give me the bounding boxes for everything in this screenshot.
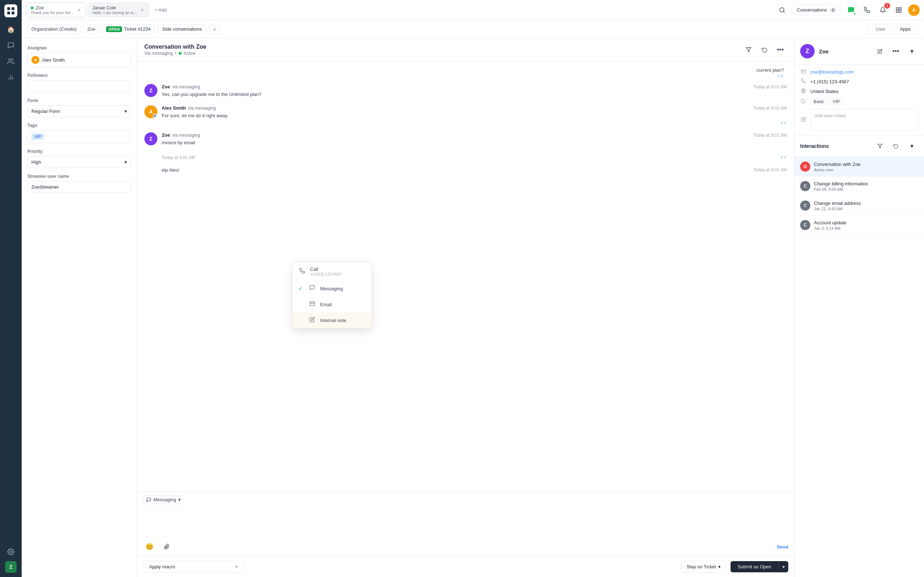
breadcrumb-org[interactable]: Organization (Create) (27, 24, 81, 34)
partial-message-top: current plan? ✓✓ (144, 68, 787, 78)
message-content: Alex Smith via messaging Today at 9:01 A… (162, 105, 787, 126)
interaction-item-4[interactable]: C Account update Jan 3, 9:14 AM (795, 216, 924, 235)
breadcrumb-user[interactable]: Zoe (83, 24, 99, 34)
notification-count: 1 (884, 3, 890, 9)
dropdown-item-internal-note-label: Internal note (320, 318, 346, 323)
tab-user[interactable]: User (868, 24, 893, 34)
side-conversations-button[interactable]: Side conversations (158, 24, 207, 34)
more-options-button[interactable]: ••• (774, 43, 787, 56)
user-country-row: United States (800, 89, 918, 95)
assignee-field[interactable]: A Alex Smith (27, 53, 131, 67)
assignee-label: Assignee (27, 45, 131, 50)
add-tab-button[interactable]: + Add (151, 5, 170, 15)
call-icon (299, 268, 306, 275)
grid-view-button[interactable] (892, 3, 905, 16)
edit-user-button[interactable] (874, 45, 887, 58)
svg-point-4 (9, 59, 11, 61)
sidebar-item-inbox[interactable] (4, 39, 17, 52)
tab-janae-title: Janae Cole (92, 5, 137, 10)
bottom-action-bar: Apply macro ▾ Stay on Ticket ▾ Submit as… (137, 556, 794, 577)
send-button[interactable]: Send (777, 544, 788, 550)
message-item: Today at 9:01 AM ✓✓ (144, 154, 787, 161)
message-sender: Alex Smith (162, 105, 186, 111)
user-email[interactable]: zoe@lovesdogs.com (810, 69, 854, 75)
svg-line-10 (783, 11, 784, 12)
ticket-sidebar: Assignee A Alex Smith Followers Form Reg… (22, 38, 137, 577)
refresh-interactions-button[interactable] (889, 140, 902, 153)
attach-button[interactable] (160, 540, 173, 553)
apply-macro-button[interactable]: Apply macro ▾ (143, 561, 244, 573)
user-phone-row: +1 (415) 123-4567 (800, 79, 918, 85)
interaction-icon-3: C (800, 200, 810, 211)
tab-zoe[interactable]: Zoe Thank you for your hel... ✕ (26, 3, 86, 17)
sidebar-nav: 🏠 Z (0, 0, 22, 577)
sidebar-item-zendesk[interactable]: Z (5, 561, 16, 573)
stay-on-ticket-button[interactable]: Stay on Ticket ▾ (681, 561, 726, 573)
dropdown-item-internal-note[interactable]: ✓ Internal note (293, 312, 372, 328)
conversation-panel: Conversation with Zoe Via messaging • Ac… (137, 38, 794, 577)
message-read-receipt: ✓✓ (162, 121, 787, 125)
sidebar-item-settings[interactable] (4, 545, 17, 558)
filter-interactions-button[interactable] (874, 140, 887, 153)
submit-dropdown-button[interactable]: ▾ (779, 561, 788, 572)
breadcrumb-ticket[interactable]: OPEN Ticket #1234 (102, 24, 155, 34)
interaction-icon-1: O (800, 161, 810, 172)
reply-channel-button[interactable]: Messaging ▾ (143, 495, 184, 504)
interaction-meta-4: Jan 3, 9:14 AM (814, 226, 918, 230)
history-button[interactable] (758, 43, 771, 56)
agent-badge-icon: ✓ (153, 114, 157, 118)
messaging-icon (309, 285, 316, 292)
tab-apps[interactable]: Apps (893, 24, 918, 34)
collapse-interactions-button[interactable]: ▾ (905, 140, 918, 153)
user-country: United States (810, 89, 838, 94)
reply-toolbar: Messaging ▾ (137, 492, 794, 508)
search-button[interactable] (775, 3, 789, 16)
form-select[interactable]: Regular Form ▾ (27, 105, 131, 117)
filter-button[interactable] (742, 43, 755, 56)
sidebar-item-users[interactable] (4, 55, 17, 68)
reply-channel-label: Messaging (153, 497, 176, 502)
add-conversation-button[interactable]: + (209, 24, 220, 34)
streamer-value: ZoeStreamer (31, 184, 59, 190)
user-avatar[interactable]: A (908, 4, 920, 16)
priority-select[interactable]: High ▾ (27, 156, 131, 168)
message-sender: Zoe (162, 84, 170, 89)
dropdown-item-call-sublabel: +1(415) 123-4567 (310, 272, 342, 276)
svg-rect-14 (900, 10, 901, 12)
interaction-item-2[interactable]: C Change billing information Feb 08, 9:0… (795, 177, 924, 196)
priority-label: Priority (27, 149, 131, 154)
notifications-button[interactable]: 1 (876, 3, 889, 16)
followers-field[interactable] (27, 80, 131, 92)
interaction-item-1[interactable]: O Conversation with Zoe Active now (795, 157, 924, 177)
reply-input[interactable] (137, 508, 794, 537)
tab-janae-close[interactable]: ✕ (140, 7, 145, 13)
interaction-content-4: Account update Jan 3, 9:14 AM (814, 220, 918, 230)
tab-janae[interactable]: Janae Cole Hello, I am having an is... ✕ (88, 3, 150, 17)
streamer-field[interactable]: ZoeStreamer (27, 181, 131, 193)
macro-label: Apply macro (149, 564, 175, 569)
tab-zoe-subtitle: Thank you for your hel... (31, 10, 74, 15)
dropdown-item-email[interactable]: ✓ Email (293, 297, 372, 312)
interaction-item-3[interactable]: C Change email address Jan 21, 9:43 AM (795, 196, 924, 216)
tags-field[interactable]: VIP (27, 130, 131, 143)
message-channel: via messaging (188, 106, 216, 111)
user-details: zoe@lovesdogs.com +1 (415) 123-4567 Unit… (795, 64, 924, 135)
phone-button[interactable] (861, 3, 874, 16)
sidebar-item-home[interactable]: 🏠 (4, 23, 17, 36)
interaction-meta-1: Active now (814, 168, 918, 172)
sidebar-item-charts[interactable] (4, 71, 17, 84)
user-tags: Basic VIP (810, 98, 843, 105)
tab-zoe-close[interactable]: ✕ (76, 7, 82, 13)
user-more-options-button[interactable]: ••• (889, 45, 902, 58)
dropdown-item-messaging[interactable]: ✓ Messaging (293, 280, 372, 297)
dropdown-item-call[interactable]: Call +1(415) 123-4567 (293, 262, 372, 280)
chat-status-button[interactable] (845, 3, 858, 16)
tags-label: Tags (27, 123, 131, 128)
submit-button-group: Submit as Open ▾ (730, 561, 788, 572)
conversations-button[interactable]: Conversations 0 (792, 5, 842, 15)
collapse-user-button[interactable]: ▾ (905, 45, 918, 58)
emoji-button[interactable]: 😊 (143, 540, 156, 553)
followers-label: Followers (27, 73, 131, 78)
user-notes-input[interactable]: Add user notes (810, 109, 918, 131)
submit-as-open-button[interactable]: Submit as Open (730, 561, 779, 572)
